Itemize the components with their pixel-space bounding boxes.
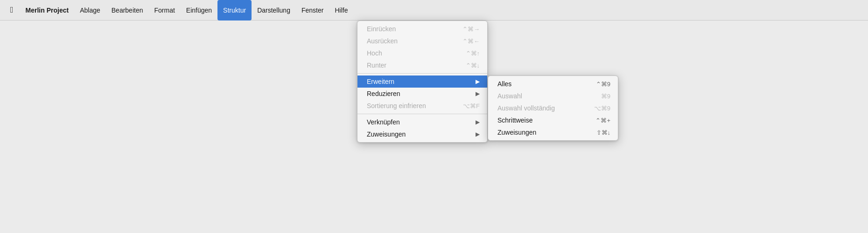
verknuepfen-arrow-icon: ▶ [476, 119, 480, 125]
menu-item-ausruecken-shortcut: ⌃⌘← [462, 38, 480, 45]
menu-item-reduzieren-label: Reduzieren [367, 90, 472, 97]
menubar-item-einfuegen[interactable]: Einfügen [181, 0, 217, 21]
menubar-item-struktur[interactable]: Struktur [217, 0, 252, 21]
menu-item-sortierung[interactable]: Sortierung einfrieren ⌥⌘F [357, 100, 487, 112]
menu-item-sortierung-shortcut: ⌥⌘F [463, 103, 480, 110]
submenu-auswahl-label: Auswahl [497, 92, 592, 100]
menu-item-zuweisungen[interactable]: Zuweisungen ▶ [357, 128, 487, 140]
menu-item-ausruecken[interactable]: Ausrücken ⌃⌘← [357, 35, 487, 47]
submenu-schrittweise-shortcut: ⌃⌘+ [595, 117, 610, 124]
submenu-item-auswahl[interactable]: Auswahl ⌘9 [488, 90, 618, 102]
submenu-auswahl-vollstaendig-label: Auswahl vollständig [497, 104, 585, 112]
menu-item-runter[interactable]: Runter ⌃⌘↓ [357, 59, 487, 71]
struktur-dropdown: Einrücken ⌃⌘→ Ausrücken ⌃⌘← Hoch ⌃⌘↑ Run… [357, 21, 488, 143]
menu-item-hoch[interactable]: Hoch ⌃⌘↑ [357, 47, 487, 59]
menu-item-einruecken-label: Einrücken [367, 25, 453, 33]
erweitern-submenu: Alles ⌃⌘9 Auswahl ⌘9 Auswahl vollständig… [488, 75, 618, 141]
menu-item-einruecken[interactable]: Einrücken ⌃⌘→ [357, 23, 487, 35]
dropdown-container: Einrücken ⌃⌘→ Ausrücken ⌃⌘← Hoch ⌃⌘↑ Run… [357, 21, 618, 143]
menubar-item-format[interactable]: Format [148, 0, 180, 21]
menubar-item-bearbeiten[interactable]: Bearbeiten [106, 0, 149, 21]
zuweisungen-arrow-icon: ▶ [476, 131, 480, 137]
menu-item-erweitern[interactable]: Erweitern ▶ [357, 75, 487, 88]
menu-item-sortierung-label: Sortierung einfrieren [367, 102, 454, 110]
submenu-zuweisungen-label: Zuweisungen [497, 129, 587, 136]
apple-menu[interactable]:  [4, 0, 20, 21]
menu-item-runter-label: Runter [367, 62, 456, 69]
submenu-item-schrittweise[interactable]: Schrittweise ⌃⌘+ [488, 114, 618, 126]
menu-item-runter-shortcut: ⌃⌘↓ [466, 62, 480, 69]
submenu-alles-label: Alles [497, 80, 587, 88]
submenu-item-zuweisungen[interactable]: Zuweisungen ⇧⌘↓ [488, 126, 618, 138]
submenu-alles-shortcut: ⌃⌘9 [596, 81, 610, 88]
submenu-schrittweise-label: Schrittweise [497, 116, 586, 124]
menu-item-verknuepfen-label: Verknüpfen [367, 118, 472, 126]
separator-2 [357, 114, 487, 114]
submenu-item-auswahl-vollstaendig[interactable]: Auswahl vollständig ⌥⌘9 [488, 102, 618, 114]
submenu-auswahl-shortcut: ⌘9 [601, 93, 610, 100]
menu-item-verknuepfen[interactable]: Verknüpfen ▶ [357, 116, 487, 128]
reduzieren-arrow-icon: ▶ [476, 90, 480, 97]
menubar-item-hilfe[interactable]: Hilfe [329, 0, 353, 21]
menu-item-hoch-shortcut: ⌃⌘↑ [466, 50, 480, 57]
menubar-item-darstellung[interactable]: Darstellung [252, 0, 296, 21]
menu-item-hoch-label: Hoch [367, 49, 456, 57]
menubar-item-app-name[interactable]: Merlin Project [20, 0, 75, 21]
submenu-auswahl-vollstaendig-shortcut: ⌥⌘9 [594, 105, 610, 112]
menubar-item-fenster[interactable]: Fenster [296, 0, 329, 21]
menu-item-zuweisungen-label: Zuweisungen [367, 130, 472, 138]
menu-item-reduzieren[interactable]: Reduzieren ▶ [357, 88, 487, 100]
separator-1 [357, 73, 487, 74]
menu-item-erweitern-label: Erweitern [367, 78, 472, 85]
erweitern-arrow-icon: ▶ [476, 78, 480, 85]
menu-item-ausruecken-label: Ausrücken [367, 37, 453, 45]
menubar:  Merlin Project Ablage Bearbeiten Forma… [0, 0, 868, 21]
submenu-item-alles[interactable]: Alles ⌃⌘9 [488, 78, 618, 90]
menubar-item-ablage[interactable]: Ablage [74, 0, 106, 21]
menu-item-einruecken-shortcut: ⌃⌘→ [462, 26, 480, 33]
submenu-zuweisungen-shortcut: ⇧⌘↓ [596, 129, 611, 136]
